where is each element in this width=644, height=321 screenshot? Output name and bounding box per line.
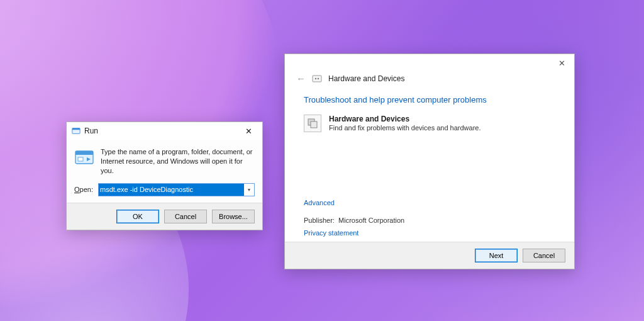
open-input[interactable]: [99, 184, 244, 196]
hardware-devices-icon: [304, 115, 321, 132]
privacy-link[interactable]: Privacy statement: [304, 229, 358, 237]
publisher-label: Publisher:: [304, 217, 335, 224]
cancel-button[interactable]: Cancel: [523, 249, 565, 262]
svg-rect-1: [72, 128, 80, 130]
cancel-button[interactable]: Cancel: [164, 210, 207, 223]
run-body: Type the name of a program, folder, docu…: [67, 140, 262, 181]
close-icon[interactable]: ✕: [550, 54, 573, 72]
back-arrow-icon[interactable]: ←: [296, 73, 306, 84]
troubleshooter-titlebar[interactable]: ✕: [285, 54, 574, 72]
publisher-line: Publisher: Microsoft Corporation: [304, 217, 555, 224]
svg-point-8: [318, 77, 319, 79]
svg-rect-6: [313, 76, 321, 82]
chevron-down-icon[interactable]: ▾: [244, 184, 254, 196]
run-description: Type the name of a program, folder, docu…: [101, 147, 255, 176]
advanced-link[interactable]: Advanced: [304, 199, 335, 206]
svg-rect-10: [311, 121, 317, 128]
breadcrumb: Hardware and Devices: [328, 74, 404, 83]
troubleshooter-button-row: Next Cancel: [285, 242, 574, 269]
troubleshooter-window: ✕ ← Hardware and Devices Troubleshoot an…: [284, 54, 575, 269]
run-large-icon: [74, 147, 94, 167]
publisher-value: Microsoft Corporation: [338, 217, 404, 224]
option-subtitle: Find and fix problems with devices and h…: [329, 124, 481, 132]
svg-rect-4: [78, 157, 83, 161]
open-combobox[interactable]: ▾: [98, 183, 255, 196]
svg-point-7: [315, 77, 316, 79]
run-title-text: Run: [84, 127, 236, 135]
troubleshooter-nav: ← Hardware and Devices: [285, 72, 574, 87]
ok-button[interactable]: OK: [116, 210, 159, 223]
run-titlebar[interactable]: Run ✕: [67, 122, 262, 140]
open-label: Open:: [74, 186, 93, 193]
run-button-row: OK Cancel Browse...: [67, 203, 262, 230]
next-button[interactable]: Next: [475, 249, 518, 262]
page-heading: Troubleshoot and help prevent computer p…: [304, 95, 555, 104]
browse-button[interactable]: Browse...: [212, 210, 255, 223]
run-dialog-window: Run ✕ Type the name of a program, folder…: [66, 121, 263, 230]
troubleshooter-option[interactable]: Hardware and Devices Find and fix proble…: [304, 115, 555, 132]
run-app-icon: [72, 127, 80, 135]
run-open-row: Open: ▾: [67, 181, 262, 203]
option-title: Hardware and Devices: [329, 115, 481, 123]
svg-rect-3: [75, 151, 93, 155]
troubleshooter-body: Troubleshoot and help prevent computer p…: [285, 87, 574, 242]
control-panel-icon: [312, 74, 322, 84]
close-icon[interactable]: ✕: [236, 122, 261, 140]
